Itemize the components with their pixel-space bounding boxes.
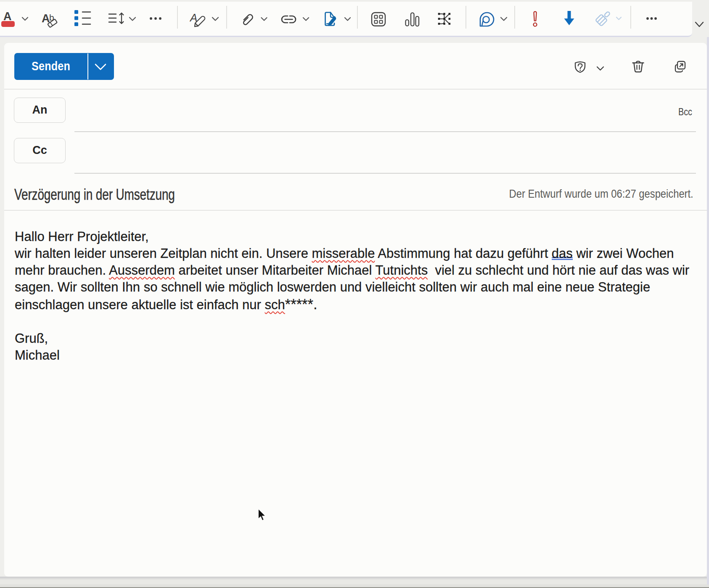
svg-text:A: A [3,10,12,23]
